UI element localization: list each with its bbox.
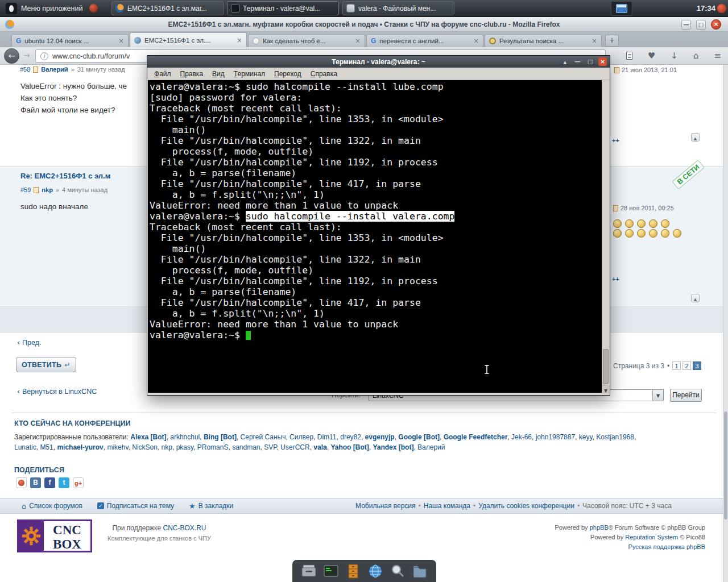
- maximize-button[interactable]: [696, 20, 706, 30]
- taskbar-button[interactable]: valera - Файловый мен...: [342, 1, 454, 15]
- terminal-menu-item[interactable]: Справка: [306, 69, 342, 79]
- tray-button[interactable]: [611, 1, 632, 16]
- maximize-button[interactable]: [586, 57, 594, 66]
- user-link[interactable]: sandman: [232, 443, 260, 451]
- post-author-link[interactable]: Валерий: [41, 66, 68, 73]
- user-link[interactable]: M51: [40, 443, 53, 451]
- terminal-menu-item[interactable]: Терминал: [229, 69, 270, 79]
- user-link[interactable]: mikehv: [107, 443, 128, 451]
- facebook-icon[interactable]: [44, 477, 55, 488]
- user-link[interactable]: PRomanS: [197, 443, 229, 451]
- clock[interactable]: 17:34: [697, 4, 715, 13]
- file-cabinet-icon[interactable]: [345, 563, 362, 580]
- powered-link[interactable]: Русская поддержка phpBB: [628, 543, 705, 550]
- folder-icon[interactable]: [411, 563, 428, 580]
- cnc-box-logo[interactable]: CNC BOX: [17, 519, 92, 552]
- search-icon[interactable]: [389, 563, 406, 580]
- home-icon[interactable]: [693, 50, 699, 61]
- user-link[interactable]: evgenyjp: [365, 433, 395, 441]
- terminal-menu-item[interactable]: Переход: [270, 69, 306, 79]
- post-number[interactable]: #59: [20, 186, 31, 193]
- scrollbar-thumb[interactable]: [724, 411, 727, 519]
- user-link[interactable]: Dim11: [317, 433, 337, 441]
- user-link[interactable]: keyy: [579, 433, 593, 441]
- scroll-to-top-icon[interactable]: [691, 294, 700, 302]
- firefox-titlebar[interactable]: EMC2+1516Ф1 с эл.магн. муфтами коробки с…: [0, 17, 728, 32]
- terminal-menu-item[interactable]: Вид: [208, 69, 229, 79]
- mailru-icon[interactable]: [16, 477, 27, 488]
- user-link[interactable]: john1987887: [536, 433, 575, 441]
- terminal-icon[interactable]: [322, 563, 340, 580]
- user-link[interactable]: Bing [Bot]: [204, 433, 237, 441]
- page-number[interactable]: 3: [693, 361, 701, 370]
- shade-button[interactable]: [561, 57, 569, 66]
- tab-close-icon[interactable]: [355, 38, 361, 44]
- user-link[interactable]: SVP: [264, 443, 276, 451]
- scroll-down-arrow[interactable]: [602, 385, 609, 393]
- user-link[interactable]: UserCCR: [280, 443, 309, 451]
- browser-tab[interactable]: EMC2+1516Ф1 с эл....: [130, 32, 247, 47]
- return-to-forum-link[interactable]: Вернуться в LinuxCNC: [17, 387, 97, 396]
- user-link[interactable]: NickSon: [132, 443, 158, 451]
- reputation-plus-link[interactable]: ++: [612, 137, 619, 144]
- previous-link-label[interactable]: Пред.: [22, 339, 41, 347]
- user-link[interactable]: Alexa [Bot]: [130, 433, 166, 441]
- close-button[interactable]: [711, 19, 721, 30]
- user-link[interactable]: Сергей Саныч: [241, 433, 286, 441]
- new-tab-button[interactable]: [605, 35, 619, 47]
- tab-close-icon[interactable]: [237, 37, 242, 44]
- terminal-output[interactable]: valera@valera:~$ sudo halcompile --insta…: [148, 80, 602, 393]
- browser-scrollbar[interactable]: [723, 65, 728, 582]
- terminal-scrollbar[interactable]: [602, 80, 609, 393]
- user-link[interactable]: Валерий: [417, 443, 445, 451]
- forward-button[interactable]: [22, 51, 32, 61]
- launcher-icon[interactable]: [89, 4, 98, 13]
- return-link-label[interactable]: Вернуться в LinuxCNC: [22, 388, 97, 396]
- terminal-menu-item[interactable]: Файл: [150, 69, 176, 79]
- browser-tab[interactable]: ubuntu 12.04 поиск ...: [11, 34, 129, 47]
- jump-go-button[interactable]: Перейти: [670, 389, 702, 402]
- terminal-window[interactable]: Терминал - valera@valera: ~ ФайлПравкаВи…: [147, 55, 610, 396]
- user-link[interactable]: Jek-66: [511, 433, 532, 441]
- browser-tab[interactable]: Как сделать чтоб е...: [248, 34, 365, 47]
- user-link[interactable]: vala: [313, 443, 326, 451]
- previous-page-link[interactable]: Пред.: [17, 338, 41, 347]
- reply-button[interactable]: ОТВЕТИТЬ: [16, 357, 76, 372]
- browser-tab[interactable]: Результаты поиска ...: [485, 34, 602, 47]
- scroll-to-top-icon[interactable]: [691, 133, 700, 142]
- user-link[interactable]: Google Feedfetcher: [444, 433, 508, 441]
- forum-index-link[interactable]: Список форумов: [22, 502, 82, 510]
- web-browser-icon[interactable]: [367, 563, 384, 580]
- page-number[interactable]: 1: [672, 361, 681, 370]
- post-number[interactable]: #58: [20, 66, 30, 73]
- tab-close-icon[interactable]: [118, 38, 124, 44]
- subscribe-topic-link[interactable]: Подписаться на тему: [97, 502, 174, 510]
- minimize-button[interactable]: [573, 57, 582, 66]
- twitter-icon[interactable]: [59, 477, 69, 488]
- sponsor-link[interactable]: CNC-BOX.RU: [163, 524, 206, 532]
- tab-close-icon[interactable]: [473, 38, 479, 44]
- user-link[interactable]: Google [Bot]: [398, 433, 440, 441]
- page-number[interactable]: 2: [682, 361, 691, 370]
- bookmark-heart-icon[interactable]: [648, 50, 655, 61]
- user-link[interactable]: Lunatic: [14, 443, 36, 451]
- copy-page-icon[interactable]: [626, 52, 632, 60]
- post-author-link[interactable]: nkp: [42, 186, 53, 193]
- user-link[interactable]: pkasy: [176, 443, 193, 451]
- footer-link[interactable]: Мобильная версия: [355, 502, 416, 510]
- terminal-titlebar[interactable]: Терминал - valera@valera: ~: [147, 56, 610, 68]
- user-link[interactable]: arkhnchul: [170, 433, 200, 441]
- footer-link[interactable]: Удалить cookies конференции: [478, 502, 574, 510]
- googleplus-icon[interactable]: [73, 477, 84, 488]
- user-link[interactable]: Kostjan1968: [596, 433, 634, 441]
- tab-close-icon[interactable]: [592, 38, 597, 44]
- download-icon[interactable]: [671, 50, 678, 61]
- taskbar-button[interactable]: Терминал - valera@val...: [227, 1, 339, 15]
- vk-icon[interactable]: [30, 477, 41, 488]
- terminal-menu-item[interactable]: Правка: [176, 69, 208, 79]
- site-info-icon[interactable]: [40, 52, 48, 60]
- dropdown-arrow-icon[interactable]: [652, 390, 663, 401]
- close-button[interactable]: [598, 57, 607, 66]
- back-button[interactable]: [4, 48, 19, 64]
- user-link[interactable]: Силвер: [289, 433, 313, 441]
